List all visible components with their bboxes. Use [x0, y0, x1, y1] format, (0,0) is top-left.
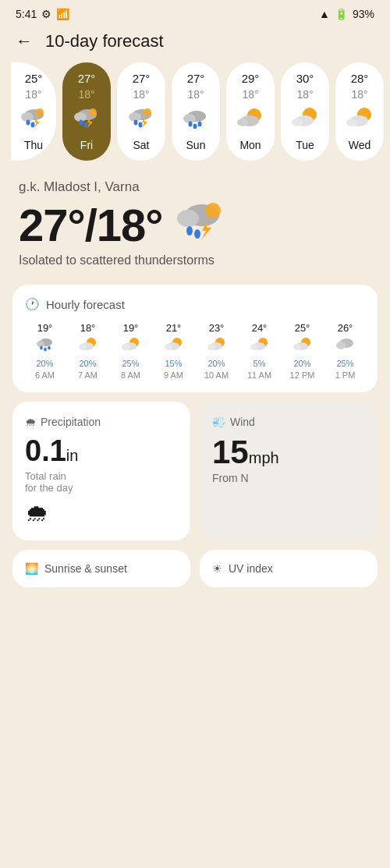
svg-point-54: [207, 344, 215, 350]
precip-sub: Total rainfor the day: [25, 470, 178, 494]
weather-icon: [346, 107, 373, 133]
svg-point-9: [80, 120, 83, 126]
precip-title: 🌧 Precipitation: [25, 416, 178, 428]
hourly-precip: 25%: [336, 359, 353, 368]
svg-point-48: [122, 344, 129, 350]
sunrise-icon: 🌅: [25, 562, 38, 575]
hourly-icon: [165, 336, 183, 356]
day-label: Thu: [24, 139, 43, 151]
svg-point-40: [40, 346, 43, 350]
clock-icon: 🕐: [25, 297, 40, 311]
temp-low: 18°: [296, 88, 313, 101]
svg-point-60: [293, 344, 301, 350]
forecast-card-mon[interactable]: 29° 18° Mon: [226, 62, 275, 161]
hourly-icon: [336, 336, 355, 356]
hourly-precip: 20%: [293, 359, 310, 368]
wind-title: 💨 Wind: [212, 416, 365, 428]
day-label: Mon: [239, 139, 261, 151]
day-label: Fri: [80, 139, 93, 151]
svg-point-42: [48, 346, 51, 350]
svg-point-33: [177, 210, 199, 227]
wind-from: From N: [212, 472, 365, 484]
sunrise-sunset-card[interactable]: 🌅 Sunrise & sunset: [12, 550, 190, 587]
weather-icon: [73, 107, 100, 133]
temp-low: 18°: [187, 88, 204, 101]
status-time: 5:41: [16, 8, 37, 20]
hourly-icon: [79, 336, 98, 356]
day-label: Sun: [186, 139, 206, 151]
temp-high: 27°: [133, 72, 151, 85]
hourly-item: 18° 20% 7 AM: [68, 322, 108, 380]
temperature: 27°/18°: [19, 199, 163, 251]
wind-value: 15mph: [212, 436, 365, 469]
temp-display: 27°/18°: [19, 198, 371, 252]
forecast-card-tue[interactable]: 30° 18° Tue: [281, 62, 329, 161]
main-weather-icon: [172, 198, 227, 252]
hourly-item: 19° 25% 8 AM: [111, 322, 151, 380]
sunrise-label: Sunrise & sunset: [44, 562, 127, 575]
temp-high: 27°: [187, 72, 205, 85]
settings-icon: ⚙: [41, 8, 51, 20]
svg-point-36: [194, 229, 200, 239]
hourly-title: 🕐 Hourly forecast: [25, 297, 365, 311]
page-title: 10-day forecast: [45, 31, 164, 51]
svg-point-57: [250, 344, 258, 350]
temp-high: 28°: [351, 72, 369, 85]
battery-icon: 🔋: [335, 8, 348, 20]
hourly-time: 6 AM: [35, 370, 55, 380]
uv-index-card[interactable]: ☀ UV index: [200, 550, 378, 587]
hourly-temp: 19°: [37, 322, 53, 334]
hourly-temp: 25°: [295, 322, 310, 334]
back-button[interactable]: ←: [16, 31, 33, 51]
hourly-icon: [36, 336, 55, 356]
wifi-icon: ▲: [319, 8, 330, 20]
day-label: Tue: [296, 139, 314, 151]
temp-high: 27°: [78, 72, 96, 85]
hourly-temp: 19°: [123, 322, 139, 334]
temp-high: 30°: [296, 72, 314, 85]
hourly-precip: 20%: [79, 359, 96, 368]
status-left: 5:41 ⚙ 📶: [16, 8, 69, 20]
hourly-temp: 24°: [252, 322, 268, 334]
svg-point-14: [144, 108, 151, 116]
hourly-icon: [293, 336, 312, 356]
weather-icon: [128, 107, 154, 133]
hourly-precip: 25%: [122, 359, 139, 368]
svg-point-62: [336, 342, 346, 349]
hourly-time: 10 AM: [204, 370, 229, 380]
hourly-item: 24° 5% 11 AM: [239, 322, 279, 380]
forecast-scroll[interactable]: 25° 18° Thu 27° 18° Fri 27° 18° Sat 27° …: [0, 62, 390, 172]
forecast-card-sat[interactable]: 27° 18° Sat: [117, 62, 165, 161]
forecast-card-wed[interactable]: 28° 18° Wed: [335, 62, 384, 161]
forecast-card-thu[interactable]: 25° 18° Thu: [11, 62, 56, 161]
svg-point-34: [205, 203, 221, 218]
status-right: ▲ 🔋 93%: [319, 8, 374, 20]
temp-low: 18°: [25, 88, 41, 101]
temp-high: 25°: [25, 72, 43, 85]
hourly-temp: 26°: [338, 322, 353, 334]
hourly-precip: 20%: [36, 359, 53, 368]
location-name: g.k. Mladost I, Varna: [19, 179, 371, 195]
precip-bottom-icon: 🌧: [25, 500, 178, 526]
uv-label: UV index: [229, 562, 273, 575]
svg-point-15: [134, 120, 138, 126]
hourly-icon: [207, 336, 226, 356]
forecast-card-fri[interactable]: 27° 18° Fri: [62, 62, 111, 161]
status-bar: 5:41 ⚙ 📶 ▲ 🔋 93%: [0, 0, 390, 25]
forecast-card-sun[interactable]: 27° 18° Sun: [172, 62, 220, 161]
hourly-item: 19° 20% 6 AM: [25, 322, 65, 380]
day-label: Sat: [133, 139, 149, 151]
temp-low: 18°: [351, 88, 367, 101]
temp-low: 18°: [133, 88, 149, 101]
hourly-item: 26° 25% 1 PM: [325, 322, 365, 380]
weather-icon: [292, 107, 318, 133]
hourly-forecast-card: 🕐 Hourly forecast 19° 20% 6 AM 18° 20% 7…: [12, 285, 378, 392]
svg-point-4: [31, 122, 35, 128]
battery-level: 93%: [353, 8, 374, 20]
hourly-time: 11 AM: [247, 370, 271, 380]
hourly-icon: [122, 336, 140, 356]
hourly-time: 12 PM: [290, 370, 315, 380]
svg-point-31: [346, 119, 357, 126]
svg-point-41: [44, 348, 47, 352]
svg-point-10: [84, 122, 88, 128]
